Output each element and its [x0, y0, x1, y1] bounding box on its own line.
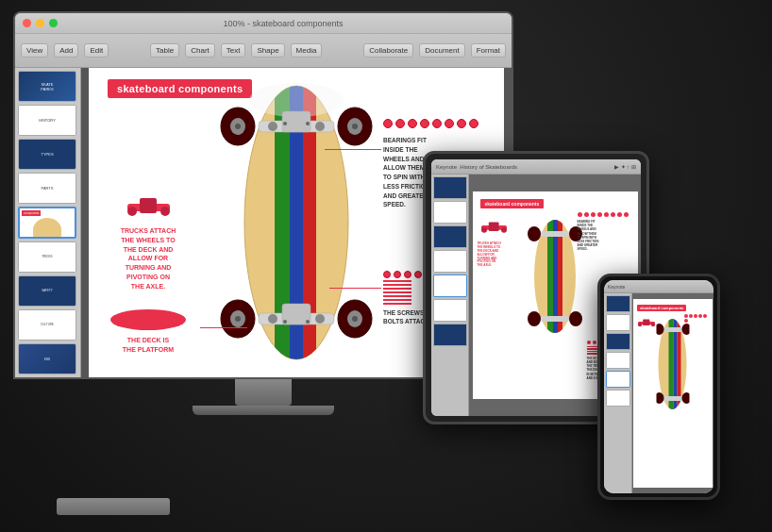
svg-rect-53 — [678, 319, 681, 409]
svg-rect-51 — [669, 319, 674, 409]
phone-thumb-5[interactable] — [606, 371, 630, 388]
bearing-circle-8 — [469, 119, 478, 128]
svg-point-22 — [235, 316, 241, 322]
tablet-bearing-2 — [584, 212, 589, 217]
toolbar: View Add Edit Table Chart Text Shape Med… — [15, 34, 512, 68]
tablet-thumb-6[interactable] — [433, 299, 467, 322]
tablet-bearing-circles — [578, 212, 634, 217]
svg-point-62 — [638, 323, 642, 326]
phone-thumb-6[interactable] — [606, 390, 630, 407]
svg-point-57 — [682, 324, 690, 335]
slide-thumb-8[interactable]: CULTURE — [18, 309, 76, 341]
phone-slide-title: skateboard components — [637, 305, 686, 311]
slide-thumb-9[interactable]: END — [18, 343, 76, 374]
tablet-bearing-1 — [578, 212, 582, 217]
bearing-circle-2 — [395, 119, 405, 128]
phone-skateboard — [657, 312, 690, 416]
svg-point-27 — [306, 122, 310, 125]
phone-bearing-2 — [689, 314, 693, 318]
add-button[interactable]: Add — [54, 43, 78, 58]
slide-preview-7: SAFETY — [19, 276, 76, 306]
phone-thumb-2[interactable] — [606, 314, 630, 331]
svg-point-25 — [352, 316, 358, 322]
phone-thumb-4[interactable] — [606, 352, 630, 369]
tablet-screw-dot-2 — [593, 341, 596, 344]
screw-line-5 — [383, 295, 411, 297]
screw-line-3 — [383, 288, 411, 290]
slide-thumb-7[interactable]: SAFETY — [18, 275, 76, 307]
maximize-button[interactable] — [49, 19, 58, 27]
slide-preview-1: SKATEPARKS — [19, 72, 76, 101]
svg-rect-7 — [282, 111, 310, 132]
tablet-bearing-6 — [611, 212, 615, 217]
slide-thumb-1[interactable]: SKATEPARKS — [18, 71, 76, 102]
tablet-thumb-3[interactable] — [433, 225, 467, 248]
screw-line-2 — [383, 284, 411, 286]
tablet-bearings-text: BEARING FITINSIDE THEWHEELS ANDALLOW THE… — [578, 220, 634, 252]
view-button[interactable]: View — [21, 43, 48, 58]
screw-line-7 — [383, 303, 411, 305]
tablet-bearing-7 — [617, 212, 622, 217]
monitor-base — [193, 406, 334, 415]
window-title: 100% - skateboard components — [62, 19, 504, 28]
format-button[interactable]: Format — [471, 43, 506, 58]
tablet-truck-icon-svg — [478, 220, 511, 237]
screw-dot-1 — [383, 271, 391, 278]
svg-point-41 — [528, 226, 541, 241]
phone-thumb-3[interactable] — [606, 333, 630, 350]
phone-bearings — [684, 314, 711, 323]
svg-point-8 — [268, 122, 277, 131]
screw-line-6 — [383, 299, 411, 301]
slide-thumb-3[interactable]: TYPES — [18, 139, 76, 170]
minimize-button[interactable] — [36, 19, 44, 27]
slide-panel[interactable]: SKATEPARKS HISTORY TYPES — [15, 68, 81, 377]
tablet-slide-panel — [431, 175, 469, 416]
shape-button[interactable]: Shape — [251, 43, 284, 58]
document-button[interactable]: Document — [419, 43, 464, 58]
slide-preview-2: HISTORY — [19, 106, 76, 135]
text-button[interactable]: Text — [221, 43, 246, 58]
tablet-thumb-2[interactable] — [433, 201, 467, 224]
collaborate-button[interactable]: Collaborate — [363, 43, 413, 58]
chart-button[interactable]: Chart — [185, 43, 215, 58]
tablet-thumb-5[interactable] — [433, 274, 467, 297]
svg-rect-52 — [674, 319, 678, 409]
phone-bearing-1 — [684, 314, 688, 318]
tablet-app-name: Keynote — [436, 164, 460, 170]
svg-rect-40 — [541, 316, 569, 322]
tablet-trucks-icon: TRUCKS ATTACHTHE WHEELS TOTHE DECK ANDAL… — [478, 220, 511, 268]
slide-thumb-5[interactable]: components — [18, 207, 76, 238]
svg-point-26 — [283, 122, 287, 125]
phone-bearing-3 — [694, 314, 697, 318]
phone-thumb-1[interactable] — [606, 295, 630, 312]
tablet-bearing-8 — [624, 212, 629, 217]
phone-bearing-4 — [698, 314, 702, 318]
tablet-thumb-1[interactable] — [433, 176, 467, 199]
phone: Keynote skateboard components — [597, 274, 720, 500]
svg-point-28 — [283, 320, 287, 324]
phone-canvas: skateboard components — [632, 293, 713, 493]
tablet-titlebar: Keynote History of Skateboards ▶ ✦ ↑ ⊞ — [431, 159, 641, 175]
table-button[interactable]: Table — [150, 43, 179, 58]
phone-slide[interactable]: skateboard components — [633, 299, 713, 488]
svg-point-16 — [235, 124, 241, 129]
slide-preview-8: CULTURE — [19, 310, 76, 340]
svg-point-63 — [651, 323, 655, 326]
tablet-thumb-7[interactable] — [433, 324, 467, 346]
deck-oval — [110, 309, 186, 330]
close-button[interactable] — [23, 19, 31, 27]
svg-rect-46 — [488, 222, 498, 231]
phone-bearing-circles — [684, 314, 711, 323]
slide-thumb-4[interactable]: PARTS — [18, 173, 76, 204]
media-button[interactable]: Media — [291, 43, 323, 58]
tablet-bearings: BEARING FITINSIDE THEWHEELS ANDALLOW THE… — [578, 212, 634, 252]
bearing-circle-6 — [445, 119, 454, 128]
edit-button[interactable]: Edit — [84, 43, 109, 58]
phone-skateboard-svg — [657, 312, 690, 416]
slide-preview-6: TRICKS — [19, 242, 76, 272]
phone-screen: Keynote skateboard components — [604, 280, 713, 493]
tablet-thumb-4[interactable] — [433, 250, 467, 273]
slide-thumb-6[interactable]: TRICKS — [18, 241, 76, 273]
trucks-text: TRUCKS ATTACH THE WHEELS TOTHE DECK ANDA… — [96, 226, 200, 291]
slide-thumb-2[interactable]: HISTORY — [18, 105, 76, 136]
